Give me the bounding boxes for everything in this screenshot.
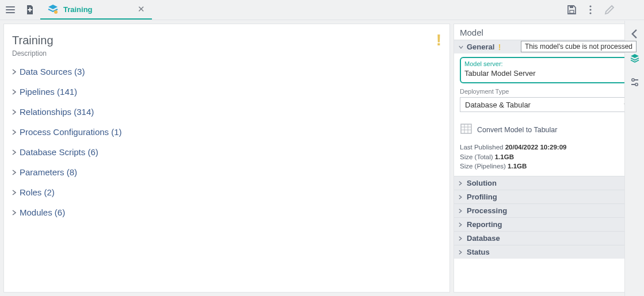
chevron-right-icon — [459, 222, 463, 227]
top-bar: Training ✕ — [0, 0, 644, 20]
section-modules[interactable]: Modules (6) — [12, 207, 441, 217]
section-label: Roles (2) — [20, 187, 55, 197]
chevron-right-icon — [12, 109, 16, 115]
section-label: Relationships (314) — [20, 107, 94, 117]
convert-model-button[interactable]: Convert Model to Tabular ! — [460, 122, 634, 137]
warning-icon: ! — [498, 43, 501, 51]
section-label: Process Configurations (1) — [20, 127, 122, 137]
accordion-general[interactable]: General ! This model's cube is not proce… — [454, 40, 640, 53]
table-icon — [460, 122, 472, 137]
section-label: Data Sources (3) — [20, 67, 85, 76]
accordion-processing[interactable]: Processing — [454, 203, 640, 217]
page-title: Training — [12, 34, 54, 47]
convert-model-label: Convert Model to Tabular — [477, 126, 557, 134]
section-process-configurations[interactable]: Process Configurations (1) — [12, 127, 441, 137]
expand-panel-button[interactable] — [628, 28, 641, 40]
model-meta: Last Published 20/04/2022 10:29:09 Size … — [460, 143, 634, 171]
edit-button[interactable] — [603, 3, 616, 17]
model-server-select[interactable]: Tabular Model Server — [464, 67, 630, 79]
new-document-button[interactable] — [23, 3, 37, 17]
accordion-database[interactable]: Database — [454, 231, 640, 245]
section-roles[interactable]: Roles (2) — [12, 187, 441, 197]
tab-close-button[interactable]: ✕ — [138, 4, 145, 14]
save-button[interactable] — [565, 3, 578, 17]
tab-training[interactable]: Training ✕ — [40, 0, 152, 20]
tab-title: Training — [63, 5, 93, 14]
properties-panel: Model General ! This model's cube is not… — [454, 24, 641, 293]
page-description: Description — [12, 49, 441, 57]
chevron-right-icon — [459, 250, 463, 255]
section-label: Database Scripts (6) — [20, 147, 98, 157]
rail-settings-button[interactable] — [628, 76, 641, 89]
deployment-type-label: Deployment Type — [460, 88, 634, 95]
chevron-right-icon — [459, 209, 463, 213]
properties-panel-title: Model — [454, 24, 640, 40]
chevron-right-icon — [12, 170, 16, 175]
accordion-title: Profiling — [467, 193, 497, 201]
svg-point-8 — [635, 83, 637, 86]
svg-point-4 — [589, 9, 591, 10]
accordion-profiling[interactable]: Profiling — [454, 190, 640, 203]
warning-tooltip: This model's cube is not processed — [521, 41, 637, 52]
deployment-type-value: Database & Tabular — [465, 101, 531, 109]
accordion-solution[interactable]: Solution — [454, 176, 640, 190]
chevron-right-icon — [459, 181, 463, 186]
warning-icon: ! — [436, 32, 441, 48]
accordion-title: Database — [467, 234, 500, 243]
svg-rect-6 — [461, 124, 471, 133]
svg-point-3 — [589, 5, 591, 7]
model-server-field: Model server: Tabular Model Server — [460, 57, 634, 83]
layers-icon — [47, 3, 59, 15]
chevron-right-icon — [12, 69, 16, 75]
section-label: Modules (6) — [20, 207, 65, 217]
section-pipelines[interactable]: Pipelines (141) — [12, 87, 441, 97]
chevron-down-icon — [459, 45, 463, 49]
accordion-title: General — [467, 43, 494, 51]
chevron-right-icon — [12, 210, 16, 216]
svg-point-7 — [631, 79, 634, 81]
svg-rect-1 — [570, 6, 573, 8]
deployment-type-select[interactable]: Database & Tabular — [460, 97, 634, 112]
chevron-right-icon — [12, 89, 16, 95]
accordion-title: Status — [467, 248, 490, 256]
accordion-title: Processing — [467, 206, 507, 215]
right-rail — [624, 21, 644, 296]
chevron-right-icon — [459, 195, 463, 199]
menu-button[interactable] — [3, 3, 17, 17]
rail-layers-button[interactable] — [628, 52, 641, 64]
section-data-sources[interactable]: Data Sources (3) — [12, 67, 441, 76]
model-server-label: Model server: — [464, 60, 630, 67]
section-database-scripts[interactable]: Database Scripts (6) — [12, 147, 441, 157]
accordion-status[interactable]: Status — [454, 245, 640, 259]
accordion-title: Solution — [467, 179, 497, 187]
main-panel: Training ! Description Data Sources (3) … — [3, 24, 450, 293]
chevron-right-icon — [12, 129, 16, 135]
svg-point-0 — [54, 10, 58, 14]
chevron-right-icon — [12, 149, 16, 155]
model-server-value: Tabular Model Server — [464, 69, 536, 78]
chevron-right-icon — [459, 236, 463, 241]
section-relationships[interactable]: Relationships (314) — [12, 107, 441, 117]
section-label: Parameters (8) — [20, 167, 77, 177]
more-options-button[interactable] — [586, 3, 595, 17]
svg-rect-2 — [570, 10, 574, 13]
accordion-reporting[interactable]: Reporting — [454, 217, 640, 231]
accordion-title: Reporting — [467, 220, 502, 229]
chevron-right-icon — [12, 190, 16, 195]
svg-point-5 — [589, 12, 591, 14]
section-parameters[interactable]: Parameters (8) — [12, 167, 441, 177]
section-label: Pipelines (141) — [20, 87, 77, 97]
